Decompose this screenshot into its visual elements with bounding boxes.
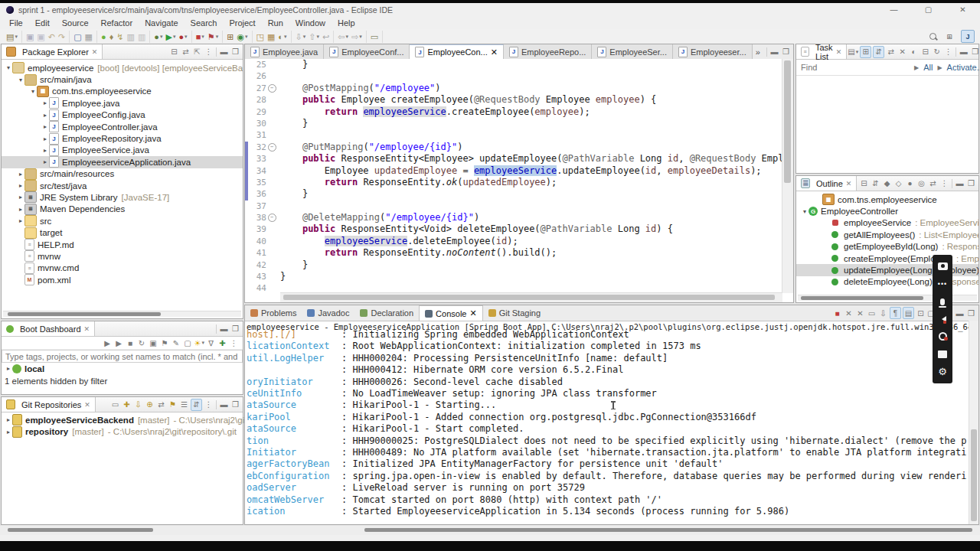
spring-boot-icon[interactable]: ●: [100, 31, 108, 43]
hide-static-icon[interactable]: ◇: [893, 178, 903, 189]
open-console-icon[interactable]: ▣: [149, 337, 158, 348]
tab-task-list[interactable]: ≡ Task List ✕: [796, 44, 847, 59]
coverage-icon[interactable]: ▥: [125, 31, 136, 43]
back-icon[interactable]: ⇦▾: [336, 31, 350, 43]
skip-breakpoints-icon[interactable]: ▢: [72, 31, 83, 43]
tree-expander-icon[interactable]: ▸: [41, 112, 49, 119]
tree-item-target[interactable]: target: [2, 227, 243, 238]
bottom-tab-problems[interactable]: Problems: [245, 305, 302, 321]
editor-tab-employeecon-[interactable]: JEmployeeCon...✕: [410, 44, 503, 59]
menu-help[interactable]: Help: [332, 18, 361, 28]
tree-expander-icon[interactable]: ▸: [17, 182, 24, 189]
boot-filter-input[interactable]: [2, 350, 243, 363]
microphone-icon[interactable]: [936, 295, 949, 308]
tree-item-employeeserviceapplication-java[interactable]: ▸JEmployeeserviceApplication.java: [2, 156, 243, 168]
stop-icon[interactable]: ■▾: [194, 31, 206, 43]
tree-item-src-main-resources[interactable]: ▸src/main/resources: [2, 168, 243, 180]
maximize-view-button[interactable]: ❐: [781, 47, 791, 57]
tree-item-maven-dependencies[interactable]: ▸≣Maven Dependencies: [2, 204, 243, 215]
bulb-icon[interactable]: ☀▾: [194, 337, 204, 348]
junit-icon[interactable]: ▥: [136, 31, 147, 43]
tree-expander-icon[interactable]: ▾: [29, 88, 37, 95]
open-perspective-button[interactable]: ⊞: [942, 30, 956, 43]
menu-file[interactable]: File: [3, 18, 29, 28]
focus-icon[interactable]: ⇱: [192, 47, 202, 57]
remove-launch-icon[interactable]: ✕: [844, 308, 854, 318]
git-repo-repository[interactable]: ▸repository[master]- C:\Users\nraj2\git\…: [2, 425, 243, 437]
tree-expander-icon[interactable]: ▸: [41, 99, 49, 106]
build-all-icon[interactable]: ▦: [83, 31, 94, 43]
close-view-icon[interactable]: ✕: [84, 325, 90, 333]
minimize-view-button[interactable]: ▬: [219, 399, 229, 410]
tree-expander-icon[interactable]: ▾: [5, 64, 12, 71]
tree-item-src-test-java[interactable]: ▸src/test/java: [2, 180, 243, 191]
close-view-icon[interactable]: ✕: [836, 48, 842, 56]
collapse-all-icon[interactable]: ⊟: [859, 178, 869, 189]
tree-item-employee-java[interactable]: ▸JEmployee.java: [2, 97, 243, 109]
editor-tab-employeeser-[interactable]: JEmployeeSer...: [592, 44, 673, 59]
close-view-icon[interactable]: ✕: [846, 180, 852, 187]
remove-all-launches-icon[interactable]: ✕: [855, 308, 865, 318]
link-with-editor-icon[interactable]: ⇄: [181, 47, 191, 57]
menu-edit[interactable]: Edit: [29, 18, 56, 28]
tag-icon[interactable]: ⚑: [160, 337, 170, 348]
lightning-icon[interactable]: ↯: [115, 31, 125, 43]
hide-completed-icon[interactable]: ✕: [897, 47, 907, 57]
maximize-view-button[interactable]: ❐: [230, 47, 240, 57]
menu-refactor[interactable]: Refactor: [95, 18, 139, 28]
speaker-icon[interactable]: [936, 313, 949, 325]
new-wizard-icon[interactable]: ▤▾: [5, 31, 19, 43]
screen-share-icon[interactable]: [936, 348, 949, 360]
tree-expander-icon[interactable]: ▸: [17, 194, 24, 201]
tree-item-employeeconfig-java[interactable]: ▸JEmployeeConfig.java: [2, 109, 243, 121]
maximize-view-button[interactable]: ❐: [970, 47, 980, 57]
link-icon[interactable]: ⇄: [928, 178, 938, 189]
menu-navigate[interactable]: Navigate: [139, 18, 184, 28]
task-find-input[interactable]: [799, 62, 910, 73]
fold-marker-icon[interactable]: −: [268, 143, 276, 152]
console-hscrollbar-thumb[interactable]: [364, 528, 972, 532]
outline-item-getemployeebyid-long-[interactable]: getEmployeeById(Long): ResponseEntity<E: [796, 241, 978, 253]
maximize-view-button[interactable]: ❐: [230, 324, 240, 334]
menu-source[interactable]: Source: [56, 18, 95, 28]
minimize-view-button[interactable]: ▬: [219, 324, 229, 334]
collapse-icon[interactable]: ⊟: [920, 47, 930, 57]
package-explorer-hscrollbar[interactable]: [3, 311, 241, 317]
pin-console-icon[interactable]: ⊡: [916, 308, 926, 318]
tree-item-pom-xml[interactable]: Mpom.xml: [2, 274, 243, 285]
tree-item-employeecontroller-java[interactable]: ▸JEmployeeController.java: [2, 121, 243, 132]
bottom-tab-javadoc[interactable]: Javadoc: [302, 305, 354, 321]
menu-run[interactable]: Run: [262, 18, 289, 28]
outline-item-employeecontroller[interactable]: ▾GEmployeeController: [796, 205, 978, 217]
tree-expander-icon[interactable]: ▸: [41, 147, 49, 154]
minimize-view-button[interactable]: ▬: [219, 47, 229, 57]
last-edit-icon[interactable]: ↩: [321, 31, 331, 43]
new-class-icon[interactable]: ◉▾: [235, 31, 249, 43]
debug-icon[interactable]: ●▾: [152, 31, 164, 43]
bottom-tab-git-staging[interactable]: Git Staging: [483, 305, 546, 321]
search-flashlight-icon[interactable]: ◐▾: [276, 31, 288, 43]
editor-tab-employeerepo-[interactable]: JEmployeeRepo...: [504, 44, 592, 59]
search-repository-icon[interactable]: ◐: [909, 47, 919, 57]
save-icon[interactable]: ▣: [24, 31, 35, 43]
close-button[interactable]: ✕: [946, 3, 980, 16]
search-icon[interactable]: [929, 32, 938, 41]
boot-local-item[interactable]: ▸ local: [2, 363, 243, 374]
word-wrap-icon[interactable]: ¶: [890, 307, 901, 319]
tree-item-employeerepository-java[interactable]: ▸JEmployeeRepository.java: [2, 132, 243, 144]
tree-item-help-md[interactable]: ≡HELP.md: [2, 239, 243, 250]
outline-item-com-tns-employeeservice[interactable]: ▦com.tns.employeeservice: [796, 194, 978, 205]
save-all-icon[interactable]: ▣: [35, 31, 46, 43]
new-java-project-icon[interactable]: ⊞: [225, 31, 235, 43]
new-task-icon[interactable]: ▤▾: [848, 47, 858, 57]
tree-icon[interactable]: ☰: [179, 399, 189, 410]
tree-expander-icon[interactable]: ▸: [17, 217, 24, 224]
git-repo-employeeservicebackend[interactable]: ▸employeeServiceBackend[master]- C:\User…: [2, 414, 243, 425]
tree-item-src[interactable]: ▸src: [2, 215, 243, 227]
tab-boot-dashboard[interactable]: Boot Dashboard ✕: [2, 321, 95, 336]
bottom-tab-declaration[interactable]: Declaration: [354, 305, 419, 321]
start-icon[interactable]: ▶: [103, 337, 113, 348]
minimize-button[interactable]: —: [877, 3, 911, 16]
view-menu-icon[interactable]: ⋮: [229, 337, 239, 348]
redo-icon[interactable]: ↷: [57, 31, 67, 43]
